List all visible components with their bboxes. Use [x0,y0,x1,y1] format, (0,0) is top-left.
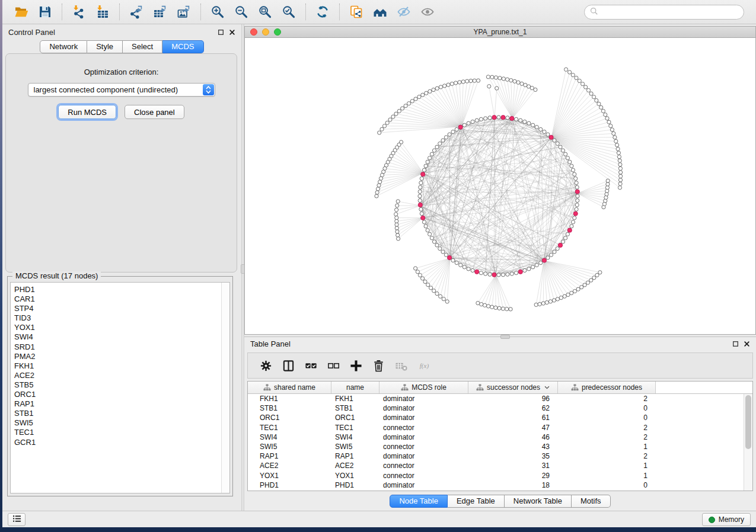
export-table-icon[interactable] [150,3,170,21]
delete-table-icon [392,357,410,374]
tab-node-table[interactable]: Node Table [390,495,448,508]
table-row[interactable]: FKH1FKH1dominator962 [248,394,752,403]
dropdown-stepper-icon [203,84,214,95]
main-toolbar [2,0,756,24]
tab-network[interactable]: Network [40,40,87,53]
result-node-item[interactable]: SRD1 [14,342,229,352]
tab-mcds[interactable]: MCDS [162,40,203,53]
result-node-item[interactable]: STP4 [14,304,229,313]
result-node-item[interactable]: SWI5 [14,418,229,428]
apply-layout-icon[interactable] [312,3,333,21]
column-header-MCDS-role[interactable]: MCDS role [379,382,468,393]
mcds-result-list[interactable]: PHD1CAR1STP4TID3YOX1SWI4SRD1PMA2FKH1ACE2… [10,282,230,493]
hide-selected-icon[interactable] [394,3,414,21]
close-panel-button[interactable]: Close panel [125,105,184,119]
table-row[interactable]: ORC1ORC1dominator610 [248,413,752,422]
import-network-icon[interactable] [69,3,89,21]
tab-motifs[interactable]: Motifs [572,495,611,508]
result-node-item[interactable]: ACE2 [14,371,229,380]
network-titlebar[interactable]: YPA_prune.txt_1 [245,27,755,38]
table-scrollbar[interactable] [744,394,752,491]
result-node-item[interactable]: TID3 [14,313,229,323]
tab-network-table[interactable]: Network Table [505,495,572,508]
zoom-in-icon[interactable] [208,3,228,21]
close-panel-icon[interactable] [229,29,235,36]
tab-select[interactable]: Select [123,40,162,53]
column-header-predecessor-nodes[interactable]: predecessor nodes [558,382,656,393]
table-row[interactable]: ACE2ACE2connector311 [248,461,752,470]
search-field[interactable] [584,5,744,20]
memory-status-icon [709,517,715,523]
table-tabs: Node TableEdge TableNetwork TableMotifs [244,495,756,508]
table-options-icon[interactable] [257,357,275,374]
control-panel-title: Control Panel [8,28,55,37]
result-node-item[interactable]: CAR1 [14,294,229,304]
open-file-icon[interactable] [11,3,31,21]
table-cell: 43 [468,443,558,451]
result-node-item[interactable]: ORC1 [14,390,229,399]
float-panel-icon[interactable] [218,29,224,36]
column-header-shared-name[interactable]: shared name [248,382,331,393]
table-cell: dominator [379,433,468,441]
table-cell: 61 [468,414,558,422]
status-menu-button[interactable] [8,513,25,526]
table-row[interactable]: SWI4SWI4dominator462 [248,432,752,442]
table-row[interactable]: SWI5SWI5connector431 [248,442,752,451]
table-row[interactable]: YOX1YOX1connector291 [248,471,752,480]
save-session-icon[interactable] [35,3,55,21]
memory-button[interactable]: Memory [702,513,751,526]
optimization-criterion-select[interactable]: largest connected component (undirected) [28,83,215,97]
result-node-item[interactable]: STB5 [14,380,229,390]
control-panel: Control Panel NetworkStyleSelectMCDS Opt… [2,24,241,511]
table-cell: PHD1 [248,481,331,489]
first-neighbors-icon[interactable] [370,3,390,21]
select-all-rows-icon[interactable] [302,357,320,374]
function-builder-icon: f(x) [414,357,436,374]
delete-column-icon[interactable] [369,357,387,374]
table-cell: 96 [468,395,558,403]
network-canvas[interactable] [245,39,755,334]
desktop: Control Panel NetworkStyleSelectMCDS Opt… [0,0,756,532]
column-header-successor-nodes[interactable]: successor nodes [468,382,558,393]
zoom-fit-icon[interactable] [255,3,275,21]
mcds-result-title: MCDS result (17 nodes) [12,271,101,280]
search-input[interactable] [598,8,744,17]
column-header-name[interactable]: name [331,382,379,393]
result-list-scrollbar[interactable] [221,283,229,493]
export-network-icon[interactable] [126,3,146,21]
duplicate-network-icon[interactable] [346,3,366,21]
result-node-item[interactable]: TEC1 [14,428,229,437]
result-node-item[interactable]: SWI4 [14,332,229,342]
table-row[interactable]: TEC1TEC1connector472 [248,423,752,432]
show-all-icon[interactable] [417,3,438,21]
table-row[interactable]: PHD1PHD1dominator180 [248,480,752,490]
table-scrollbar-thumb[interactable] [745,395,751,449]
result-node-item[interactable]: YOX1 [14,323,229,332]
result-node-item[interactable]: GCR1 [14,438,229,447]
control-panel-tabs: NetworkStyleSelectMCDS [2,40,241,53]
result-node-item[interactable]: RAP1 [14,399,229,409]
tab-edge-table[interactable]: Edge Table [448,495,505,508]
table-cell: FKH1 [248,395,331,403]
run-mcds-button[interactable]: Run MCDS [58,105,116,119]
zoom-out-icon[interactable] [231,3,251,21]
show-columns-icon[interactable] [279,357,297,374]
table-cell: dominator [379,395,468,403]
result-node-item[interactable]: PHD1 [14,285,229,294]
export-image-icon[interactable] [174,3,194,21]
result-node-item[interactable]: FKH1 [14,361,229,371]
zoom-selected-icon[interactable] [279,3,299,21]
tab-style[interactable]: Style [87,40,123,53]
import-table-icon[interactable] [92,3,113,21]
float-table-panel-icon[interactable] [732,341,739,347]
deselect-all-rows-icon[interactable] [324,357,342,374]
table-row[interactable]: RAP1RAP1dominator352 [248,451,752,461]
result-node-item[interactable]: STB1 [14,409,229,418]
add-column-icon[interactable] [347,357,365,374]
table-row[interactable]: STB1STB1dominator620 [248,403,752,413]
result-node-item[interactable]: PMA2 [14,352,229,361]
table-cell: connector [379,443,468,451]
close-table-panel-icon[interactable] [744,341,750,347]
table-cell: ACE2 [331,462,379,470]
table-cell: 46 [468,433,558,441]
